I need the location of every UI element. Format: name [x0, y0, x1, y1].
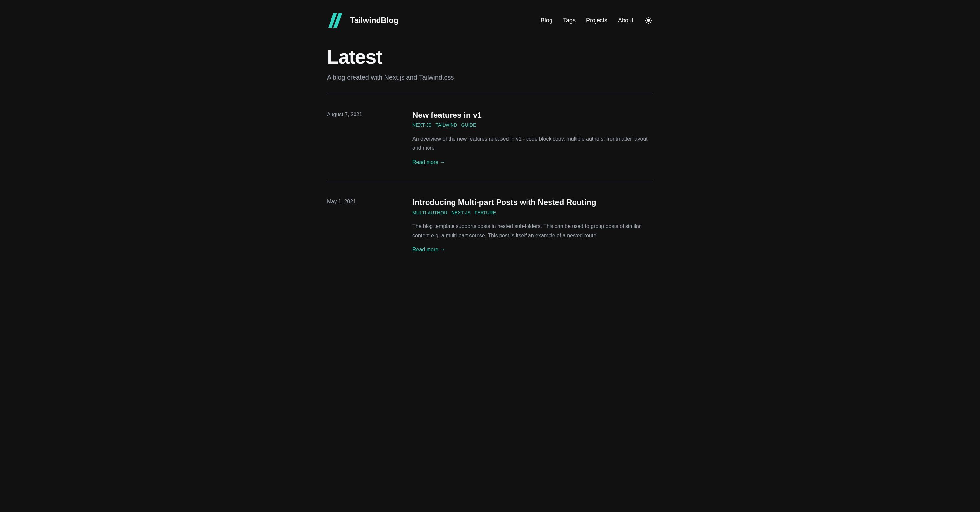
post-tags: NEXT-JS TAILWIND GUIDE [412, 123, 653, 128]
tag-link[interactable]: MULTI-AUTHOR [412, 210, 447, 215]
logo-link[interactable]: TailwindBlog [327, 13, 399, 28]
page-title: Latest [327, 46, 653, 68]
svg-rect-3 [648, 17, 649, 18]
primary-nav: Blog Tags Projects About [541, 16, 653, 25]
post-item: August 7, 2021 New features in v1 NEXT-J… [327, 94, 653, 181]
tag-link[interactable]: GUIDE [461, 123, 476, 128]
theme-toggle-button[interactable] [644, 16, 653, 25]
post-date: August 7, 2021 [327, 110, 407, 165]
svg-rect-7 [650, 18, 651, 19]
site-title: TailwindBlog [350, 16, 399, 25]
nav-projects[interactable]: Projects [586, 17, 608, 24]
hero-section: Latest A blog created with Next.js and T… [327, 38, 653, 94]
post-summary: The blog template supports posts in nest… [412, 222, 653, 240]
tag-link[interactable]: NEXT-JS [451, 210, 471, 215]
tag-link[interactable]: NEXT-JS [412, 123, 432, 128]
svg-point-2 [647, 19, 650, 22]
svg-rect-6 [651, 20, 652, 21]
nav-tags[interactable]: Tags [563, 17, 576, 24]
logo-icon [327, 13, 345, 28]
post-title-link[interactable]: New features in v1 [412, 110, 653, 120]
tag-link[interactable]: FEATURE [474, 210, 496, 215]
read-more-link[interactable]: Read more → [412, 247, 445, 253]
svg-rect-8 [646, 22, 647, 23]
page-subtitle: A blog created with Next.js and Tailwind… [327, 72, 653, 83]
read-more-link[interactable]: Read more → [412, 159, 445, 165]
svg-rect-10 [650, 22, 651, 23]
tag-link[interactable]: TAILWIND [436, 123, 457, 128]
site-header: TailwindBlog Blog Tags Projects About [327, 0, 653, 38]
post-content: Introducing Multi-part Posts with Nested… [412, 197, 653, 252]
nav-about[interactable]: About [618, 17, 633, 24]
post-content: New features in v1 NEXT-JS TAILWIND GUID… [412, 110, 653, 165]
sun-icon [644, 16, 652, 24]
svg-rect-9 [646, 18, 647, 19]
post-date: May 1, 2021 [327, 197, 407, 252]
nav-blog[interactable]: Blog [541, 17, 552, 24]
svg-rect-4 [648, 23, 649, 24]
post-summary: An overview of the new features released… [412, 134, 653, 153]
post-tags: MULTI-AUTHOR NEXT-JS FEATURE [412, 210, 653, 215]
post-item: May 1, 2021 Introducing Multi-part Posts… [327, 181, 653, 268]
svg-rect-5 [645, 20, 646, 21]
post-title-link[interactable]: Introducing Multi-part Posts with Nested… [412, 197, 653, 207]
